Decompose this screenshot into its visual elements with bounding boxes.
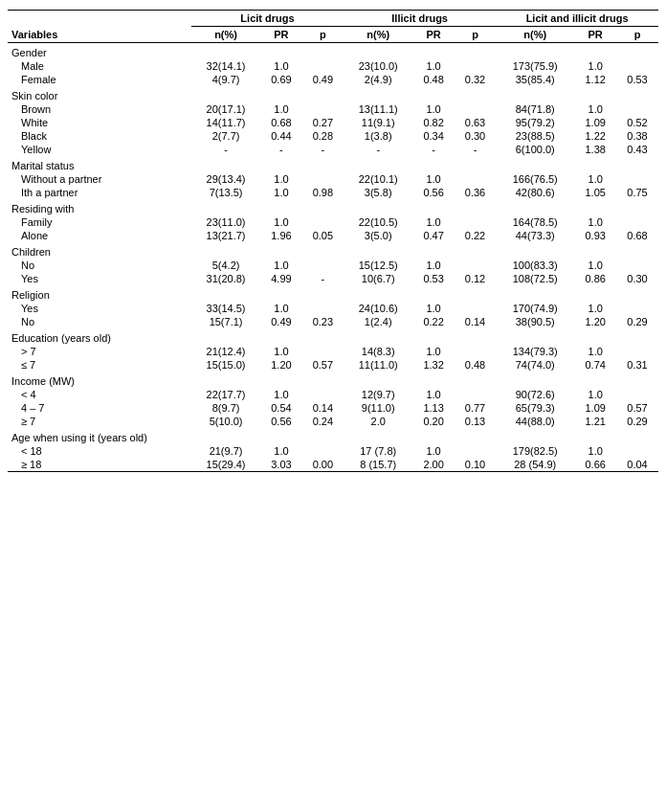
variable-label: Yellow xyxy=(8,143,191,156)
data-cell: 0.14 xyxy=(302,401,344,415)
data-cell: 0.32 xyxy=(455,73,496,86)
data-cell: 134(79.3) xyxy=(496,345,574,358)
data-cell: 0.56 xyxy=(260,415,301,428)
data-cell: 0.34 xyxy=(412,129,454,143)
data-cell: 21(9.7) xyxy=(191,444,260,458)
data-cell: 0.23 xyxy=(302,315,344,328)
data-cell xyxy=(455,345,496,358)
data-cell xyxy=(455,215,496,229)
data-cell: 0.10 xyxy=(455,458,496,472)
variable-label: 4 – 7 xyxy=(8,401,191,415)
illicit-p-header: p xyxy=(455,27,496,43)
table-row: Black2(7.7)0.440.281(3.8)0.340.3023(88.5… xyxy=(8,129,658,143)
table-row: > 721(12.4)1.014(8.3)1.0134(79.3)1.0 xyxy=(8,345,658,358)
data-cell: 1.0 xyxy=(412,59,454,73)
table-row: No15(7.1)0.490.231(2.4)0.220.1438(90.5)1… xyxy=(8,315,658,328)
data-cell xyxy=(302,444,344,458)
data-cell: 0.22 xyxy=(455,229,496,242)
data-cell: 1.0 xyxy=(412,259,454,272)
data-cell: 74(74.0) xyxy=(496,358,574,372)
data-cell: 0.49 xyxy=(302,73,344,86)
data-cell: 10(6.7) xyxy=(344,272,412,285)
data-cell: 22(17.7) xyxy=(191,388,260,401)
data-cell: - xyxy=(344,143,412,156)
data-cell: 42(80.6) xyxy=(496,186,574,199)
data-cell: 29(13.4) xyxy=(191,172,260,186)
data-cell: 0.66 xyxy=(574,458,616,472)
data-cell: 0.12 xyxy=(455,272,496,285)
section-row: Marital status xyxy=(8,156,658,172)
data-cell: 1.0 xyxy=(412,102,454,116)
table-row: Yellow------6(100.0)1.380.43 xyxy=(8,143,658,156)
data-cell: 0.56 xyxy=(412,186,454,199)
section-row: Education (years old) xyxy=(8,328,658,345)
data-cell: 1.13 xyxy=(412,401,454,415)
data-cell: 23(10.0) xyxy=(344,59,412,73)
variable-label: Yes xyxy=(8,272,191,285)
table-row: Without a partner29(13.4)1.022(10.1)1.01… xyxy=(8,172,658,186)
data-cell xyxy=(302,259,344,272)
data-cell: 1.0 xyxy=(574,444,616,458)
data-cell: 1.09 xyxy=(574,401,616,415)
data-cell: 0.52 xyxy=(616,116,658,129)
data-cell: 4(9.7) xyxy=(191,73,260,86)
both-p-header: p xyxy=(616,27,658,43)
table-row: Yes33(14.5)1.024(10.6)1.0170(74.9)1.0 xyxy=(8,302,658,315)
data-cell: 1.0 xyxy=(412,302,454,315)
data-cell: 3.03 xyxy=(260,458,301,472)
data-cell: 13(21.7) xyxy=(191,229,260,242)
data-cell: 1.0 xyxy=(260,302,301,315)
variable-label: ≥ 18 xyxy=(8,458,191,472)
data-cell: 2(7.7) xyxy=(191,129,260,143)
data-cell xyxy=(455,388,496,401)
table-row: Ith a partner7(13.5)1.00.983(5.8)0.560.3… xyxy=(8,186,658,199)
table-row: ≥ 75(10.0)0.560.242.00.200.1344(88.0)1.2… xyxy=(8,415,658,428)
data-cell: 0.86 xyxy=(574,272,616,285)
data-cell: - xyxy=(412,143,454,156)
data-cell: 173(75.9) xyxy=(496,59,574,73)
data-cell xyxy=(616,215,658,229)
data-cell: 1.0 xyxy=(412,215,454,229)
data-cell: 1.0 xyxy=(260,172,301,186)
data-cell: 0.31 xyxy=(616,358,658,372)
data-cell: 31(20.8) xyxy=(191,272,260,285)
illicit-pr-header: PR xyxy=(412,27,454,43)
data-cell: 1.0 xyxy=(412,444,454,458)
table-row: Alone13(21.7)1.960.053(5.0)0.470.2244(73… xyxy=(8,229,658,242)
data-cell: 0.36 xyxy=(455,186,496,199)
data-cell: 1.0 xyxy=(574,172,616,186)
data-cell: 1.09 xyxy=(574,116,616,129)
data-cell: 0.77 xyxy=(455,401,496,415)
data-cell: 23(88.5) xyxy=(496,129,574,143)
section-row: Age when using it (years old) xyxy=(8,428,658,444)
data-cell: - xyxy=(191,143,260,156)
data-cell xyxy=(302,302,344,315)
data-cell: 22(10.1) xyxy=(344,172,412,186)
data-cell xyxy=(455,102,496,116)
data-cell: 1.21 xyxy=(574,415,616,428)
data-cell: 164(78.5) xyxy=(496,215,574,229)
variable-label: No xyxy=(8,315,191,328)
data-cell: 0.44 xyxy=(260,129,301,143)
data-cell: 0.75 xyxy=(616,186,658,199)
data-cell: 0.27 xyxy=(302,116,344,129)
data-cell: 9(11.0) xyxy=(344,401,412,415)
variable-label: < 4 xyxy=(8,388,191,401)
data-cell: 1.0 xyxy=(412,388,454,401)
data-cell xyxy=(455,259,496,272)
data-cell: 2.00 xyxy=(412,458,454,472)
column-group-header: Variables Licit drugs Illicit drugs Lici… xyxy=(8,11,658,27)
data-cell: 0.98 xyxy=(302,186,344,199)
data-cell: 0.43 xyxy=(616,143,658,156)
data-cell: 0.29 xyxy=(616,315,658,328)
variables-header: Variables xyxy=(8,11,191,43)
data-cell: 2.0 xyxy=(344,415,412,428)
data-cell: 170(74.9) xyxy=(496,302,574,315)
data-cell xyxy=(616,388,658,401)
table-row: ≤ 715(15.0)1.200.5711(11.0)1.320.4874(74… xyxy=(8,358,658,372)
data-cell: 21(12.4) xyxy=(191,345,260,358)
data-cell: 95(79.2) xyxy=(496,116,574,129)
data-cell: 84(71.8) xyxy=(496,102,574,116)
data-cell: 1.0 xyxy=(574,302,616,315)
data-cell: 0.53 xyxy=(616,73,658,86)
